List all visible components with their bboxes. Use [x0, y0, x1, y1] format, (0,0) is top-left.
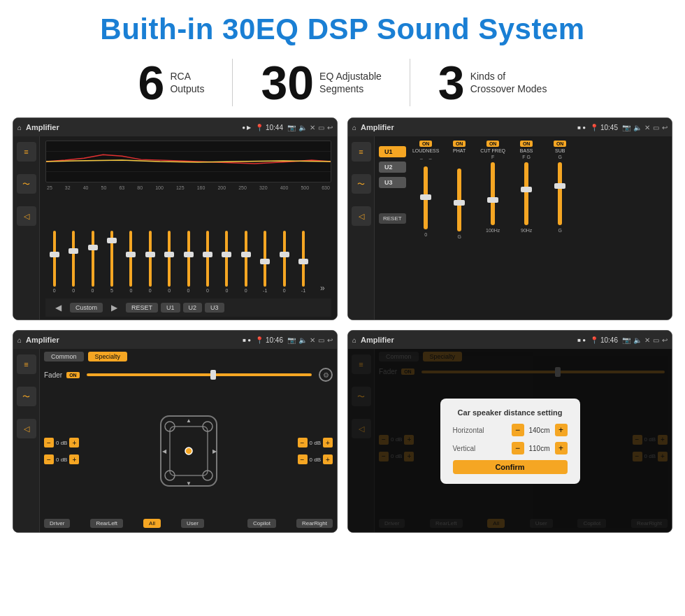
stat-number-rca: 6 [138, 59, 165, 106]
eq-slider-4[interactable]: 5 [103, 231, 120, 293]
u1-preset[interactable]: U1 [379, 146, 406, 157]
back-icon-4[interactable]: ↩ [662, 336, 668, 344]
eq-slider-5[interactable]: 0 [122, 231, 140, 293]
screen1-body: ≡ 〜 ◁ 2532405063 80100125160200 [13, 136, 337, 320]
specialty-tab-3[interactable]: Specialty [88, 352, 128, 361]
eq-slider-10[interactable]: 0 [218, 231, 236, 293]
fl-minus[interactable]: − [44, 438, 54, 447]
horizontal-minus[interactable]: − [512, 424, 524, 436]
dots-icon: ● ▶ [242, 124, 251, 131]
eq-slider-2[interactable]: 0 [64, 231, 82, 293]
eq-slider-13[interactable]: 0 [275, 231, 293, 293]
home-icon-4[interactable]: ⌂ [352, 336, 356, 344]
eq-expand-btn[interactable]: » [314, 283, 331, 293]
fr-minus[interactable]: − [298, 438, 308, 447]
u3-btn[interactable]: U3 [205, 303, 224, 313]
eq-slider-9[interactable]: 0 [199, 231, 216, 293]
settings-icon[interactable]: ⚙ [319, 368, 333, 382]
camera-icon-3: 📷 [287, 336, 296, 344]
dialog-title: Car speaker distance setting [453, 408, 568, 417]
screen1-title: Amplifier [26, 123, 238, 131]
screen4-title: Amplifier [361, 336, 573, 344]
home-icon-2[interactable]: ⌂ [352, 124, 356, 131]
cutfreq-control: ON CUT FREQ F 100Hz [477, 141, 509, 317]
eq-slider-11[interactable]: 0 [237, 231, 254, 293]
u2-btn[interactable]: U2 [183, 303, 203, 313]
eq-freq-labels: 2532405063 80100125160200 25032040050063… [45, 185, 331, 190]
home-icon[interactable]: ⌂ [17, 124, 22, 131]
eq-slider-8[interactable]: 0 [180, 231, 197, 293]
rl-value: 0 dB [56, 457, 67, 463]
eq-icon-btn-3[interactable]: ≡ [17, 354, 36, 374]
confirm-button[interactable]: Confirm [453, 460, 568, 474]
speaker-icon-btn-3[interactable]: ◁ [17, 419, 36, 438]
screen2-time: 📍 10:45 [590, 124, 618, 131]
eq-slider-6[interactable]: 0 [141, 231, 159, 293]
phat-control: ON PHAT G [444, 141, 475, 317]
vertical-minus[interactable]: − [512, 442, 524, 454]
rl-plus[interactable]: + [69, 454, 79, 464]
volume-icon-4: 🔈 [633, 336, 642, 344]
eq-slider-3[interactable]: 0 [84, 231, 101, 293]
speaker-icon-btn[interactable]: ◁ [17, 206, 36, 226]
screen1: ⌂ Amplifier ● ▶ 📍 10:44 📷 🔈 ✕ ▭ ↩ ≡ 〜 ◁ [13, 117, 338, 320]
screen3-body: ≡ 〜 ◁ Common Specialty Fader ON ⚙ [13, 349, 337, 533]
wave-icon-btn-3[interactable]: 〜 [17, 387, 36, 406]
stats-row: 6 RCAOutputs 30 EQ AdjustableSegments 3 … [0, 53, 685, 117]
eq-slider-1[interactable]: 0 [45, 231, 63, 293]
rr-plus[interactable]: + [323, 454, 333, 464]
speaker-icon-btn-2[interactable]: ◁ [352, 206, 371, 226]
sub-control: ON SUB G G [545, 141, 576, 317]
vertical-plus[interactable]: + [555, 442, 568, 454]
u1-btn[interactable]: U1 [161, 303, 180, 313]
wave-icon-btn-2[interactable]: 〜 [352, 174, 371, 194]
vertical-value: 110cm [527, 445, 552, 452]
svg-point-5 [185, 447, 192, 454]
dialog-vertical-row: Vertical − 110cm + [453, 442, 568, 454]
eq-slider-14[interactable]: -1 [294, 231, 312, 293]
dots-icon-2: ■ ● [577, 124, 586, 131]
screen2-right: U1 U2 U3 RESET ON LOUDNESS ~ ~ [375, 136, 672, 320]
prev-btn[interactable]: ◀ [50, 301, 67, 314]
horizontal-plus[interactable]: + [555, 424, 568, 436]
custom-btn[interactable]: Custom [70, 303, 103, 313]
back-icon-2[interactable]: ↩ [662, 124, 668, 131]
driver-btn[interactable]: Driver [44, 519, 70, 528]
eq-slider-12[interactable]: -1 [256, 231, 273, 293]
screen1-topbar: ⌂ Amplifier ● ▶ 📍 10:44 📷 🔈 ✕ ▭ ↩ [13, 118, 337, 136]
rr-minus[interactable]: − [298, 454, 308, 464]
common-tab-3[interactable]: Common [44, 352, 84, 361]
wave-icon-btn[interactable]: 〜 [17, 174, 36, 194]
play-btn[interactable]: ▶ [106, 301, 123, 314]
stat-rca: 6 RCAOutputs [110, 59, 233, 106]
page-title: Buith-in 30EQ DSP Sound System [0, 0, 685, 53]
back-icon[interactable]: ↩ [327, 124, 333, 131]
user-btn[interactable]: User [181, 519, 204, 528]
svg-text:▶: ▶ [212, 448, 217, 454]
rearright-btn[interactable]: RearRight [296, 519, 333, 528]
u2-preset[interactable]: U2 [379, 162, 406, 173]
back-icon-3[interactable]: ↩ [327, 336, 333, 344]
u3-preset[interactable]: U3 [379, 177, 406, 188]
reset-btn[interactable]: RESET [126, 303, 158, 313]
eq-slider-7[interactable]: 0 [160, 231, 178, 293]
copilot-btn[interactable]: Copilot [247, 519, 276, 528]
fader-on-badge[interactable]: ON [66, 372, 80, 378]
eq-sliders-area: 0 0 0 5 0 [45, 193, 331, 296]
rl-minus[interactable]: − [44, 454, 54, 464]
reset-preset[interactable]: RESET [379, 213, 406, 224]
all-btn[interactable]: All [143, 519, 161, 528]
front-left-db: − 0 dB + [44, 438, 79, 447]
eq-icon-btn[interactable]: ≡ [17, 142, 36, 162]
amp-presets: U1 U2 U3 RESET [377, 139, 408, 318]
camera-icon-4: 📷 [622, 336, 630, 344]
vertical-stepper: − 110cm + [512, 442, 568, 454]
rearleft-btn[interactable]: RearLeft [90, 519, 123, 528]
stat-label-crossover: Kinds ofCrossover Modes [470, 70, 547, 95]
eq-icon-btn-2[interactable]: ≡ [352, 142, 371, 162]
fr-plus[interactable]: + [323, 438, 333, 447]
screen3-topbar: ⌂ Amplifier ■ ● 📍 10:46 📷 🔈 ✕ ▭ ↩ [13, 331, 337, 349]
stat-label-eq: EQ AdjustableSegments [319, 70, 382, 95]
home-icon-3[interactable]: ⌂ [17, 336, 22, 344]
fl-plus[interactable]: + [69, 438, 79, 447]
